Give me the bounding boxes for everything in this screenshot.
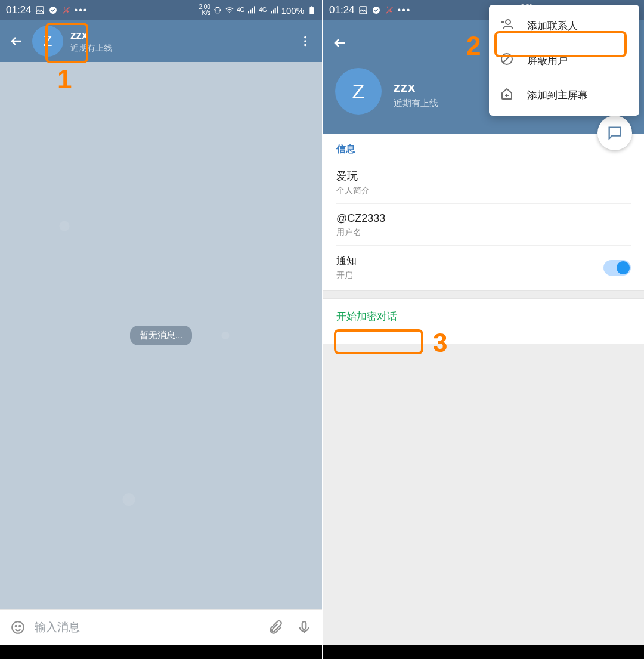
notifications-state: 开启 xyxy=(336,270,357,281)
status-time: 01:24 xyxy=(329,4,355,16)
svg-rect-8 xyxy=(254,6,255,13)
svg-point-18 xyxy=(12,621,24,633)
android-navbar xyxy=(323,645,644,659)
back-button[interactable] xyxy=(5,29,29,53)
popup-add-to-home[interactable]: 添加到主屏幕 xyxy=(489,78,639,112)
status-bar: 01:24 ••• 2.00 K/s xyxy=(0,0,322,20)
svg-rect-12 xyxy=(277,6,278,13)
svg-rect-21 xyxy=(302,621,306,629)
screenshot-2: 01:24 ••• 0.59 K/s xyxy=(322,0,644,659)
svg-rect-13 xyxy=(309,7,314,14)
svg-rect-14 xyxy=(311,6,312,7)
bio-label: 个人简介 xyxy=(336,185,631,196)
check-circle-icon xyxy=(371,5,381,15)
call-blocked-icon xyxy=(61,5,71,15)
start-secret-chat-button[interactable]: 开始加密对话 xyxy=(323,299,644,334)
chat-avatar[interactable]: Z xyxy=(32,26,63,57)
username-value: @CZ2333 xyxy=(336,212,631,225)
more-dots-icon: ••• xyxy=(75,5,88,16)
overflow-popup-menu: 添加联系人 屏蔽用户 添加到主屏幕 xyxy=(489,5,639,116)
notifications-row[interactable]: 通知 开启 xyxy=(336,245,631,284)
svg-point-15 xyxy=(304,36,306,39)
svg-rect-7 xyxy=(252,8,253,13)
status-time: 01:24 xyxy=(6,4,32,16)
notifications-title: 通知 xyxy=(336,254,357,268)
network-4g-1: 4G xyxy=(237,7,244,13)
battery-percent: 100% xyxy=(281,5,304,16)
secret-chat-label: 开始加密对话 xyxy=(336,311,397,322)
avatar-initial: Z xyxy=(352,80,365,103)
svg-point-37 xyxy=(506,20,510,24)
bio-row[interactable]: 爱玩 个人简介 xyxy=(336,164,631,203)
popup-item-label: 添加联系人 xyxy=(527,19,578,33)
popup-add-contact[interactable]: 添加联系人 xyxy=(489,8,639,43)
svg-rect-10 xyxy=(273,10,274,14)
chat-appbar: Z zzx 近期有上线 xyxy=(0,20,322,62)
message-input-bar xyxy=(0,609,322,645)
profile-name: zzx xyxy=(394,80,438,95)
more-dots-icon: ••• xyxy=(398,5,411,16)
svg-rect-5 xyxy=(248,11,249,13)
android-navbar xyxy=(0,645,322,659)
bio-value: 爱玩 xyxy=(336,169,631,183)
battery-icon xyxy=(306,5,316,15)
svg-line-24 xyxy=(386,7,392,14)
section-divider xyxy=(323,290,644,299)
svg-point-19 xyxy=(16,625,17,626)
home-plus-icon xyxy=(500,86,514,104)
notifications-toggle[interactable] xyxy=(603,260,631,276)
gallery-icon xyxy=(358,5,368,15)
svg-line-39 xyxy=(503,55,510,63)
message-fab[interactable] xyxy=(597,116,632,150)
username-label: 用户名 xyxy=(336,227,631,238)
svg-rect-9 xyxy=(271,11,272,13)
block-icon xyxy=(500,52,514,69)
profile-status: 近期有上线 xyxy=(394,98,438,109)
profile-info-section: 信息 爱玩 个人简介 @CZ2333 用户名 通知 开启 xyxy=(323,134,644,290)
chat-status: 近期有上线 xyxy=(70,43,293,54)
popup-item-label: 添加到主屏幕 xyxy=(527,88,588,102)
chat-body[interactable]: 暂无消息... xyxy=(0,62,322,609)
mic-button[interactable] xyxy=(292,615,316,639)
username-row[interactable]: @CZ2333 用户名 xyxy=(336,203,631,245)
empty-area xyxy=(323,344,644,645)
popup-block-user[interactable]: 屏蔽用户 xyxy=(489,43,639,78)
svg-point-1 xyxy=(49,7,57,14)
overflow-menu-button[interactable] xyxy=(293,29,317,53)
attach-button[interactable] xyxy=(264,615,287,639)
svg-rect-6 xyxy=(250,10,252,14)
wifi-icon xyxy=(225,5,234,15)
check-circle-icon xyxy=(48,5,58,15)
profile-avatar[interactable]: Z xyxy=(335,68,382,115)
chat-title-block[interactable]: zzx 近期有上线 xyxy=(70,29,293,54)
chat-name: zzx xyxy=(70,29,293,42)
svg-point-4 xyxy=(229,12,230,13)
popup-item-label: 屏蔽用户 xyxy=(527,54,568,67)
call-blocked-icon xyxy=(385,5,394,15)
svg-point-17 xyxy=(304,44,306,47)
svg-point-20 xyxy=(19,625,20,626)
signal-icon-2 xyxy=(270,5,279,15)
add-person-icon xyxy=(500,17,514,35)
gallery-icon xyxy=(35,5,45,15)
svg-point-23 xyxy=(373,7,380,14)
network-4g-2: 4G xyxy=(259,7,267,13)
profile-title-block: zzx 近期有上线 xyxy=(394,80,438,109)
svg-line-2 xyxy=(63,7,69,14)
svg-rect-3 xyxy=(216,7,219,13)
avatar-initial: Z xyxy=(44,33,52,49)
back-button[interactable] xyxy=(328,31,352,55)
screenshot-1: 01:24 ••• 2.00 K/s xyxy=(0,0,322,659)
svg-rect-11 xyxy=(274,8,275,13)
signal-icon-1 xyxy=(247,5,256,15)
network-speed: 2.00 K/s xyxy=(199,4,210,16)
info-section-title: 信息 xyxy=(336,143,631,156)
message-input[interactable] xyxy=(35,621,259,634)
svg-point-16 xyxy=(304,40,306,42)
vibrate-icon xyxy=(213,5,222,15)
empty-chat-pill: 暂无消息... xyxy=(130,326,193,345)
emoji-button[interactable] xyxy=(6,615,30,639)
